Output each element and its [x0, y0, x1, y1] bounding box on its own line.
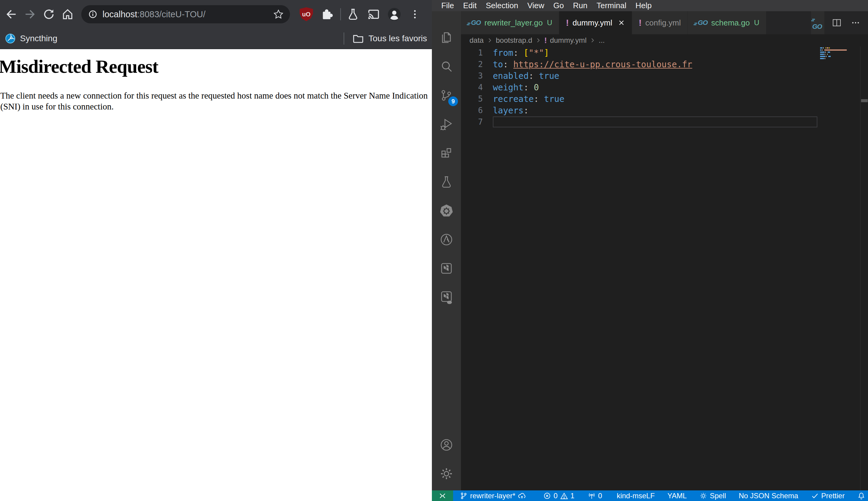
minimap[interactable] [820, 47, 858, 62]
breadcrumb-item-dummy-yml[interactable]: dummy.yml [550, 36, 587, 45]
status-ports[interactable]: 0 [588, 492, 602, 500]
cast-button[interactable] [365, 6, 382, 23]
editor-column: GO rewriter_layer.go U ! dummy.yml ! con… [461, 11, 868, 490]
ansible-icon [439, 232, 454, 247]
status-json-schema[interactable]: No JSON Schema [739, 492, 798, 500]
code-line[interactable]: 4weight: 0 [461, 82, 868, 93]
status-language[interactable]: YAML [667, 492, 687, 500]
yaml-icon: ! [544, 36, 547, 45]
all-bookmarks-label: Tous les favoris [368, 34, 427, 43]
breadcrumb-item-symbol[interactable]: ... [599, 36, 605, 45]
activity-terraform[interactable] [432, 254, 461, 283]
tab-dummy-yml[interactable]: ! dummy.yml [559, 11, 632, 34]
bookmark-star-icon[interactable] [273, 9, 284, 20]
code-line[interactable]: 7 [461, 116, 868, 128]
tab-rewriter-layer-go[interactable]: GO rewriter_layer.go U [461, 11, 559, 34]
activity-settings[interactable] [432, 459, 461, 488]
run-debug-icon [439, 117, 454, 132]
status-kube-context[interactable]: kind-mse [617, 492, 646, 500]
scrollbar-thumb[interactable] [861, 99, 868, 102]
editor-actions [824, 11, 868, 34]
ublock-extension-button[interactable]: uO [298, 6, 315, 23]
search-icon [439, 60, 454, 74]
status-branch[interactable]: rewriter-layer* [460, 492, 526, 500]
status-notifications[interactable] [857, 492, 865, 500]
menu-view[interactable]: View [523, 0, 549, 11]
error-icon [543, 492, 551, 500]
screen: localhost:8083/citeU-TOU/ uO [0, 0, 868, 501]
bell-icon [857, 492, 865, 500]
browser-toolbar: localhost:8083/citeU-TOU/ uO [0, 0, 432, 29]
kube-context-name: kind-mse [617, 492, 646, 500]
menu-file[interactable]: File [437, 0, 459, 11]
activity-terraform-cloud[interactable] [432, 283, 461, 311]
code-line[interactable]: 1from: ["*"] [461, 47, 868, 58]
account-icon [439, 438, 454, 452]
activity-bar: 9 [432, 11, 461, 490]
status-eol[interactable]: LF [646, 492, 655, 500]
reload-icon [42, 8, 55, 21]
tab-close-button[interactable] [618, 19, 625, 26]
remote-indicator[interactable] [432, 490, 453, 501]
profile-button[interactable] [386, 6, 403, 23]
site-info-icon[interactable] [87, 9, 98, 20]
status-problems[interactable]: 0 1 [543, 492, 575, 500]
url-path: :8083/citeU-TOU/ [137, 9, 205, 19]
bookmark-syncthing[interactable]: Syncthing [5, 33, 57, 44]
code-lines: 1from: ["*"]2to: https://cite-u-pp.crous… [461, 47, 868, 128]
activity-source-control[interactable]: 9 [432, 81, 461, 110]
home-button[interactable] [58, 5, 77, 24]
activity-extensions[interactable] [432, 139, 461, 168]
menu-terminal[interactable]: Terminal [592, 0, 631, 11]
tab-config-yml[interactable]: ! config.yml [632, 11, 688, 34]
activity-testing[interactable] [432, 168, 461, 196]
explorer-icon [439, 31, 454, 45]
code-line[interactable]: 6layers: [461, 105, 868, 116]
tab-truncated-go[interactable]: GO [811, 11, 824, 34]
breadcrumb-item-bootstrap-d[interactable]: bootstrap.d [496, 36, 532, 45]
remote-icon [438, 492, 447, 500]
testing-flask-icon [439, 175, 453, 189]
menu-selection[interactable]: Selection [481, 0, 523, 11]
code-line[interactable]: 3enabled: true [461, 70, 868, 82]
extensions-button[interactable] [319, 6, 335, 23]
toolbar-divider [340, 8, 341, 20]
activity-run-debug[interactable] [432, 110, 461, 139]
go-icon: GO [812, 15, 824, 31]
bookmarks-bar: Syncthing Tous les favoris [0, 29, 432, 49]
status-right: LF YAML Spell No JSON Schema Prettier [646, 492, 865, 500]
code-line[interactable]: 2to: https://cite-u-pp.crous-toulouse.fr [461, 58, 868, 70]
activity-explorer[interactable] [432, 23, 461, 52]
spell-label: Spell [710, 492, 726, 500]
menu-edit[interactable]: Edit [459, 0, 481, 11]
browser-menu-button[interactable] [406, 6, 424, 23]
editor[interactable]: 1from: ["*"]2to: https://cite-u-pp.crous… [461, 46, 868, 490]
activity-search[interactable] [432, 52, 461, 81]
ublock-icon: uO [300, 7, 313, 21]
vscode-window: File Edit Selection View Go Run Terminal… [432, 0, 868, 501]
folder-icon [352, 32, 364, 45]
git-untracked-badge: U [547, 19, 552, 27]
url-bar[interactable]: localhost:8083/citeU-TOU/ [81, 5, 290, 23]
chevron-right-icon [535, 37, 542, 43]
code-line[interactable]: 5recreate: true [461, 93, 868, 105]
tab-schema-go[interactable]: GO schema.go U [688, 11, 767, 34]
split-editor-icon[interactable] [832, 18, 842, 28]
breadcrumb-item-data[interactable]: data [470, 36, 484, 45]
reload-button[interactable] [40, 5, 58, 24]
activity-kubernetes[interactable] [432, 196, 461, 225]
status-spell[interactable]: Spell [699, 492, 726, 500]
url-host: localhost [103, 9, 137, 19]
experiments-button[interactable] [344, 6, 362, 23]
menu-help[interactable]: Help [631, 0, 656, 11]
back-button[interactable] [2, 5, 21, 24]
status-formatter[interactable]: Prettier [811, 492, 845, 500]
menu-go[interactable]: Go [549, 0, 569, 11]
error-count: 0 [554, 492, 557, 500]
more-actions-icon[interactable] [850, 18, 861, 28]
all-bookmarks-button[interactable]: Tous les favoris [352, 32, 427, 45]
menu-run[interactable]: Run [568, 0, 592, 11]
forward-button[interactable] [21, 5, 40, 24]
activity-accounts[interactable] [432, 430, 461, 459]
activity-ansible[interactable] [432, 225, 461, 254]
